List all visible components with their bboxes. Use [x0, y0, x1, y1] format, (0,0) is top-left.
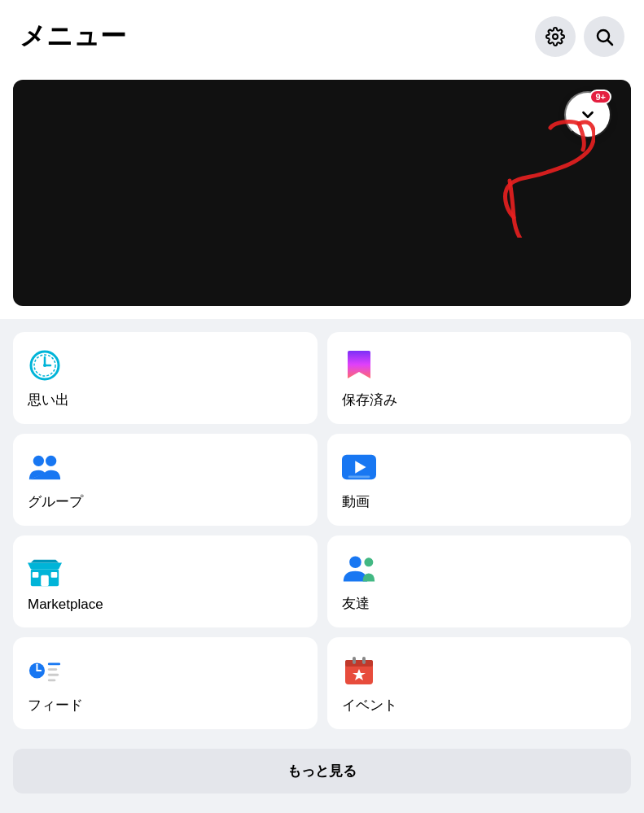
feed-icon-container: [28, 653, 62, 688]
chevron-down-icon: [579, 106, 597, 124]
phone-frame: メニュー: [0, 0, 644, 813]
svg-point-18: [364, 557, 373, 566]
menu-item-memories[interactable]: 思い出: [13, 332, 318, 424]
notification-button[interactable]: 9+: [564, 91, 611, 138]
svg-rect-24: [48, 674, 59, 676]
friends-icon: [342, 554, 376, 584]
svg-point-7: [43, 364, 46, 367]
groups-icon-container: [28, 450, 62, 484]
svg-point-9: [46, 456, 56, 466]
saved-label: 保存済み: [342, 391, 397, 409]
groups-icon: [28, 452, 62, 482]
video-icon: [342, 452, 376, 482]
svg-rect-14: [41, 575, 49, 586]
friends-label: 友達: [342, 594, 370, 613]
menu-item-events[interactable]: イベント: [327, 637, 632, 729]
header-icons: [535, 16, 624, 57]
events-label: イベント: [342, 696, 397, 715]
svg-line-2: [608, 41, 613, 46]
feed-label: フィード: [28, 696, 83, 715]
video-icon-container: [342, 450, 376, 484]
notification-area: 9+: [564, 91, 611, 138]
events-icon: [344, 655, 375, 686]
marketplace-label: Marketplace: [28, 597, 103, 613]
bookmark-icon: [346, 349, 372, 382]
svg-rect-29: [345, 660, 373, 667]
more-button-container: もっと見る: [0, 742, 644, 810]
friends-icon-container: [342, 552, 376, 586]
header: メニュー: [0, 0, 644, 67]
menu-grid: 思い出 保存済み: [0, 319, 644, 742]
svg-rect-30: [353, 657, 356, 664]
events-icon-container: [342, 653, 376, 688]
search-icon: [594, 27, 614, 46]
svg-rect-16: [51, 572, 58, 578]
menu-item-saved[interactable]: 保存済み: [327, 332, 632, 424]
menu-item-groups[interactable]: グループ: [13, 434, 318, 526]
page-title: メニュー: [20, 19, 126, 55]
memories-icon-container: [28, 348, 62, 382]
menu-item-marketplace[interactable]: Marketplace: [13, 535, 318, 627]
groups-label: グループ: [28, 492, 83, 511]
svg-rect-25: [48, 680, 56, 682]
saved-icon-container: [342, 348, 376, 382]
svg-rect-22: [48, 662, 60, 665]
video-label: 動画: [342, 492, 370, 511]
menu-item-video[interactable]: 動画: [327, 434, 632, 526]
menu-item-friends[interactable]: 友達: [327, 535, 632, 627]
marketplace-icon: [28, 556, 62, 587]
svg-point-0: [553, 34, 558, 39]
profile-blur: [13, 80, 631, 306]
clock-icon: [28, 349, 61, 382]
more-button[interactable]: もっと見る: [13, 749, 631, 793]
menu-item-feed[interactable]: フィード: [13, 637, 318, 729]
svg-rect-12: [348, 476, 370, 479]
settings-button[interactable]: [535, 16, 576, 57]
svg-rect-23: [48, 668, 57, 671]
svg-rect-15: [33, 572, 39, 578]
gear-icon: [545, 27, 565, 46]
svg-point-17: [349, 556, 361, 568]
search-button[interactable]: [584, 16, 624, 57]
profile-section: 9+: [0, 67, 644, 319]
marketplace-icon-container: [28, 554, 62, 588]
svg-rect-31: [362, 657, 366, 664]
notification-badge: 9+: [589, 90, 611, 104]
memories-label: 思い出: [28, 391, 69, 409]
feed-icon: [28, 656, 62, 685]
svg-point-8: [33, 456, 44, 466]
